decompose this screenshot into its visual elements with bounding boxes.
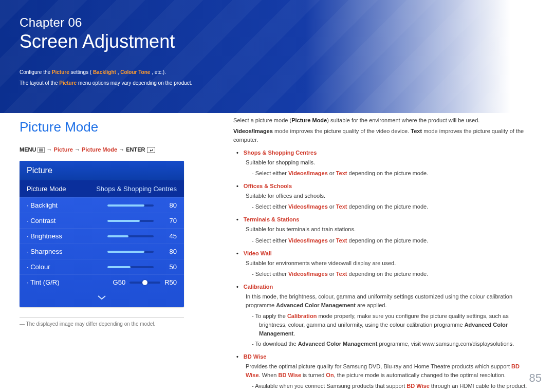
mode-detail-list: To apply the Calibration mode properly, … <box>252 312 535 348</box>
intro-text: Configure the <box>20 69 52 75</box>
mode-detail-list: Select either Videos/Images or Text depe… <box>252 270 535 278</box>
tint-left-value: G50 <box>113 278 126 286</box>
intro-keyword-backlight: Backlight <box>93 69 116 75</box>
mode-list-item: Terminals & StationsSuitable for bus ter… <box>236 215 535 245</box>
intro-text: menu options may vary depending on the p… <box>78 80 192 86</box>
body-paragraph: Select a picture mode (Picture Mode) sui… <box>233 116 535 125</box>
mode-subtitle: Suitable for bus terminals and train sta… <box>246 225 535 234</box>
mode-list-item: Offices & SchoolsSuitable for offices an… <box>236 182 535 211</box>
mode-list-item: Shops & Shopping CentresSuitable for sho… <box>236 148 535 178</box>
osd-row-value: 70 <box>156 217 177 225</box>
osd-row-tint[interactable]: Tint (G/R) G50 R50 <box>20 274 184 290</box>
document-page: Chapter 06 Screen Adjustment Configure t… <box>0 0 555 392</box>
keyword-text: Text <box>411 128 422 134</box>
osd-row-label: Backlight <box>27 201 107 209</box>
osd-row-label: Tint (G/R) <box>27 278 109 286</box>
slider-fill <box>107 220 140 222</box>
footnote-rule <box>20 318 184 318</box>
slider-fill <box>107 266 131 268</box>
body-text: mode improves the picture quality of the… <box>273 128 411 134</box>
mode-subtitle: Suitable for offices and schools. <box>246 192 535 200</box>
mode-subtitle: Provides the optimal picture quality for… <box>246 362 535 380</box>
osd-row-value: 80 <box>156 201 177 209</box>
breadcrumb-picture: Picture <box>54 146 73 153</box>
mode-detail-list: Select either Videos/Images or Text depe… <box>252 236 535 245</box>
mode-detail-item: Select either Videos/Images or Text depe… <box>252 169 535 178</box>
osd-row-label: Colour <box>27 263 107 271</box>
slider-fill <box>107 235 128 237</box>
breadcrumb-arrow: → <box>119 146 126 153</box>
osd-row-value: 80 <box>156 248 177 255</box>
tint-slider-handle[interactable] <box>142 280 147 285</box>
breadcrumb-picture-mode: Picture Mode <box>82 146 117 153</box>
chapter-banner: Chapter 06 Screen Adjustment Configure t… <box>0 0 555 113</box>
slider-track[interactable] <box>107 204 154 207</box>
keyword-videos-images: Videos/Images <box>233 128 273 134</box>
mode-detail-item: Select either Videos/Images or Text depe… <box>252 236 535 245</box>
mode-title: Video Wall <box>236 250 272 256</box>
slider-track[interactable] <box>107 220 154 222</box>
breadcrumb-arrow: → <box>47 146 54 153</box>
mode-title: BD Wise <box>236 353 266 360</box>
osd-row-value: 45 <box>156 232 177 240</box>
osd-row-value: Shops & Shopping Centres <box>96 185 177 193</box>
section-heading-picture-mode: Picture Mode <box>20 119 215 135</box>
mode-detail-item: To download the Advanced Color Managemen… <box>252 340 535 348</box>
mode-list-item: CalibrationIn this mode, the brightness,… <box>236 283 535 348</box>
tint-slider[interactable] <box>130 282 160 284</box>
chevron-down-icon[interactable] <box>20 290 184 307</box>
intro-text: settings ( <box>71 69 92 75</box>
mode-list-item: Video WallSuitable for environments wher… <box>236 249 535 278</box>
osd-row-colour[interactable]: Colour50 <box>20 259 184 274</box>
keyword-picture-mode: Picture Mode <box>291 117 327 123</box>
osd-row-label: Contrast <box>27 217 107 225</box>
body-text: ) suitable for the environment where the… <box>327 117 479 123</box>
intro-keyword-picture: Picture <box>52 69 69 75</box>
osd-row-contrast[interactable]: Contrast70 <box>20 213 184 228</box>
osd-row-sharpness[interactable]: Sharpness80 <box>20 244 184 259</box>
osd-row-brightness[interactable]: Brightness45 <box>20 228 184 244</box>
mode-list-item: BD WiseProvides the optimal picture qual… <box>236 352 535 392</box>
body-text: Select a picture mode ( <box>233 117 291 123</box>
intro-keyword-colour-tone: Colour Tone <box>120 69 150 75</box>
mode-title: Offices & Schools <box>236 183 292 189</box>
slider-track[interactable] <box>107 266 154 268</box>
mode-detail-item: Select either Videos/Images or Text depe… <box>252 202 535 211</box>
right-column: Select a picture mode (Picture Mode) sui… <box>233 116 535 377</box>
left-column: Picture Mode MENU → Picture → Picture Mo… <box>20 116 215 377</box>
breadcrumb-arrow: → <box>75 146 82 153</box>
mode-detail-list: Select either Videos/Images or Text depe… <box>252 169 535 178</box>
mode-detail-item: To apply the Calibration mode properly, … <box>252 312 535 338</box>
mode-subtitle: In this mode, the brightness, colour, ga… <box>246 292 535 310</box>
slider-fill <box>107 251 144 253</box>
chapter-title: Screen Adjustment <box>20 31 535 52</box>
osd-row-value: 50 <box>156 263 177 271</box>
osd-row-backlight[interactable]: Backlight80 <box>20 197 184 213</box>
osd-row-label: Brightness <box>27 232 107 240</box>
footnote: The displayed image may differ depending… <box>20 321 215 327</box>
slider-fill <box>107 204 144 207</box>
mode-detail-item: Available when you connect Samsung produ… <box>252 382 535 390</box>
breadcrumb-enter: ENTER <box>126 146 145 153</box>
osd-row-label: Picture Mode <box>27 185 96 193</box>
mode-title: Calibration <box>236 284 273 290</box>
breadcrumb-menu: MENU <box>20 146 36 153</box>
page-number: 85 <box>529 371 542 385</box>
mode-title: Terminals & Stations <box>236 216 299 222</box>
osd-menu-title: Picture <box>20 161 184 180</box>
mode-detail-list: Select either Videos/Images or Text depe… <box>252 202 535 211</box>
body-paragraph: Videos/Images mode improves the picture … <box>233 127 535 144</box>
content-area: Picture Mode MENU → Picture → Picture Mo… <box>20 116 535 377</box>
chapter-label: Chapter 06 <box>20 15 535 30</box>
osd-row-picture-mode[interactable]: Picture Mode Shops & Shopping Centres <box>20 180 184 197</box>
slider-track[interactable] <box>107 235 154 237</box>
enter-icon <box>147 147 155 154</box>
tint-right-value: R50 <box>164 278 177 286</box>
menu-icon <box>38 147 45 154</box>
slider-track[interactable] <box>107 251 154 253</box>
intro-text: , etc.). <box>152 69 166 75</box>
mode-detail-list: Available when you connect Samsung produ… <box>252 382 535 392</box>
osd-row-label: Sharpness <box>27 248 107 255</box>
osd-menu-panel: Picture Picture Mode Shops & Shopping Ce… <box>20 161 184 307</box>
svg-rect-4 <box>147 147 155 153</box>
